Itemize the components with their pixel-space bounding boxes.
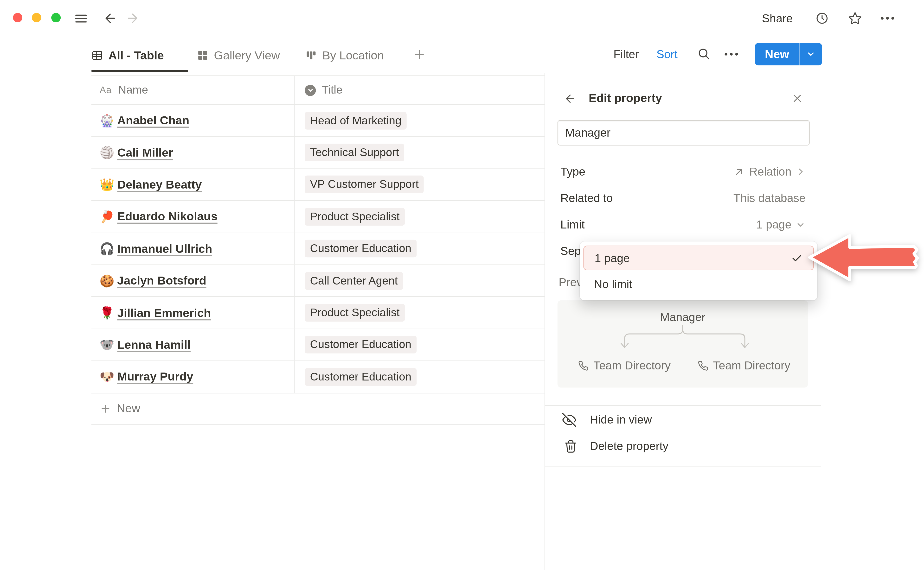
option-label: 1 page bbox=[595, 251, 630, 265]
title-cell[interactable]: Customer Education bbox=[294, 329, 545, 360]
preview-root-label: Manager bbox=[557, 311, 808, 324]
traffic-light-minimize[interactable] bbox=[32, 13, 41, 22]
title-cell[interactable]: Product Specialist bbox=[294, 297, 545, 328]
column-header-title[interactable]: Title bbox=[294, 76, 545, 104]
close-icon[interactable] bbox=[792, 93, 803, 104]
page-link[interactable]: Lenna Hamill bbox=[117, 338, 190, 352]
title-cell[interactable]: Technical Support bbox=[294, 137, 545, 169]
property-row-limit-value[interactable]: 1 page bbox=[756, 217, 806, 233]
new-button-dropdown-icon[interactable] bbox=[800, 43, 822, 66]
column-label: Name bbox=[118, 84, 148, 97]
property-row-type-label: Type bbox=[560, 164, 585, 180]
relation-preview-connectors bbox=[557, 325, 808, 353]
dropdown-option-no-limit[interactable]: No limit bbox=[583, 271, 814, 296]
name-cell[interactable]: 🏐Cali Miller bbox=[91, 137, 294, 169]
plus-icon bbox=[100, 403, 111, 414]
name-cell[interactable]: 👑Delaney Beatty bbox=[91, 169, 294, 200]
title-cell[interactable]: Customer Education bbox=[294, 233, 545, 265]
back-arrow-icon[interactable] bbox=[103, 11, 117, 26]
share-button[interactable]: Share bbox=[762, 11, 793, 26]
page-link[interactable]: Anabel Chan bbox=[117, 114, 189, 127]
tab-all-table[interactable]: All - Table bbox=[91, 45, 164, 66]
title-cell[interactable]: Head of Marketing bbox=[294, 105, 545, 136]
name-cell[interactable]: 🎡Anabel Chan bbox=[91, 105, 294, 136]
name-cell[interactable]: 🏓Eduardo Nikolaus bbox=[91, 201, 294, 233]
title-cell[interactable]: Product Specialist bbox=[294, 201, 545, 233]
page-emoji: 🌹 bbox=[100, 306, 117, 320]
name-cell[interactable]: 🐨Lenna Hamill bbox=[91, 329, 294, 360]
hide-in-view-button[interactable]: Hide in view bbox=[590, 413, 652, 426]
new-row-button[interactable]: New bbox=[91, 393, 545, 424]
eye-off-icon bbox=[562, 413, 577, 427]
database-table: Aa Name Title 🎡Anabel Chan Head of Marke… bbox=[91, 75, 545, 424]
tab-label: Gallery View bbox=[214, 49, 280, 62]
panel-section-divider bbox=[545, 405, 821, 406]
view-more-options-icon[interactable] bbox=[722, 47, 740, 61]
dropdown-option-1-page[interactable]: 1 page bbox=[583, 245, 814, 270]
hamburger-menu-icon[interactable] bbox=[74, 11, 88, 26]
filter-button[interactable]: Filter bbox=[613, 46, 639, 62]
favorite-star-icon[interactable] bbox=[848, 11, 862, 26]
name-cell[interactable]: 🎧Immanuel Ullrich bbox=[91, 233, 294, 265]
panel-divider bbox=[545, 73, 545, 570]
table-row: 🎧Immanuel Ullrich Customer Education bbox=[91, 233, 545, 265]
relation-arrow-icon bbox=[734, 166, 745, 178]
clock-history-icon[interactable] bbox=[815, 11, 829, 26]
annotation-arrow bbox=[805, 230, 924, 286]
column-label: Title bbox=[322, 84, 342, 97]
new-row-label: New bbox=[117, 401, 140, 415]
limit-value-text: 1 page bbox=[756, 217, 791, 233]
page-link[interactable]: Eduardo Nikolaus bbox=[117, 210, 217, 224]
checkmark-icon bbox=[791, 252, 803, 264]
panel-title: Edit property bbox=[589, 91, 662, 105]
title-cell[interactable]: Call Center Agent bbox=[294, 265, 545, 297]
property-row-separate-label: Sep bbox=[560, 243, 581, 259]
page-link[interactable]: Jaclyn Botsford bbox=[117, 274, 206, 287]
forward-arrow-icon[interactable] bbox=[126, 11, 140, 26]
tab-label: By Location bbox=[322, 49, 384, 62]
phone-icon bbox=[578, 360, 589, 371]
traffic-light-zoom[interactable] bbox=[51, 13, 61, 22]
delete-property-button[interactable]: Delete property bbox=[590, 440, 668, 453]
title-cell[interactable]: Customer Education bbox=[294, 361, 545, 393]
add-view-icon[interactable] bbox=[413, 48, 426, 61]
new-button[interactable]: New bbox=[755, 43, 822, 66]
select-tag: Technical Support bbox=[305, 144, 404, 161]
related-value-text: This database bbox=[734, 190, 806, 206]
type-value-text: Relation bbox=[749, 164, 791, 180]
panel-back-icon[interactable] bbox=[564, 92, 576, 105]
select-tag: Customer Education bbox=[305, 368, 417, 386]
board-view-icon bbox=[305, 49, 317, 61]
sort-button[interactable]: Sort bbox=[657, 46, 678, 62]
page-emoji: 🏐 bbox=[100, 146, 117, 160]
name-cell[interactable]: 🌹Jillian Emmerich bbox=[91, 297, 294, 328]
tab-gallery-view[interactable]: Gallery View bbox=[197, 45, 280, 66]
name-cell[interactable]: 🍪Jaclyn Botsford bbox=[91, 265, 294, 297]
tab-label: All - Table bbox=[109, 49, 164, 62]
table-header-row: Aa Name Title bbox=[91, 75, 545, 105]
page-link[interactable]: Jillian Emmerich bbox=[117, 306, 211, 319]
chevron-down-icon bbox=[795, 219, 806, 230]
table-row: 🌹Jillian Emmerich Product Specialist bbox=[91, 297, 545, 329]
property-name-input[interactable] bbox=[557, 120, 810, 146]
page-emoji: 🐶 bbox=[100, 370, 117, 384]
traffic-light-close[interactable] bbox=[13, 13, 22, 22]
property-row-related-value[interactable]: This database bbox=[734, 190, 806, 206]
page-link[interactable]: Delaney Beatty bbox=[117, 178, 202, 192]
more-options-icon[interactable] bbox=[879, 11, 896, 26]
search-icon[interactable] bbox=[697, 47, 711, 61]
page-link[interactable]: Cali Miller bbox=[117, 146, 173, 159]
name-cell[interactable]: 🐶Murray Purdy bbox=[91, 361, 294, 393]
property-row-related-label: Related to bbox=[560, 190, 613, 206]
phone-icon bbox=[698, 360, 708, 371]
column-header-name[interactable]: Aa Name bbox=[91, 76, 294, 104]
property-row-type-value[interactable]: Relation bbox=[734, 164, 806, 180]
page-link[interactable]: Murray Purdy bbox=[117, 370, 193, 384]
select-tag: VP Customer Support bbox=[305, 176, 424, 193]
preview-child-left: Team Directory bbox=[578, 359, 671, 372]
tab-by-location[interactable]: By Location bbox=[305, 45, 384, 66]
gallery-view-icon bbox=[197, 49, 209, 61]
page-link[interactable]: Immanuel Ullrich bbox=[117, 242, 212, 256]
page-emoji: 🐨 bbox=[100, 338, 117, 352]
title-cell[interactable]: VP Customer Support bbox=[294, 169, 545, 200]
